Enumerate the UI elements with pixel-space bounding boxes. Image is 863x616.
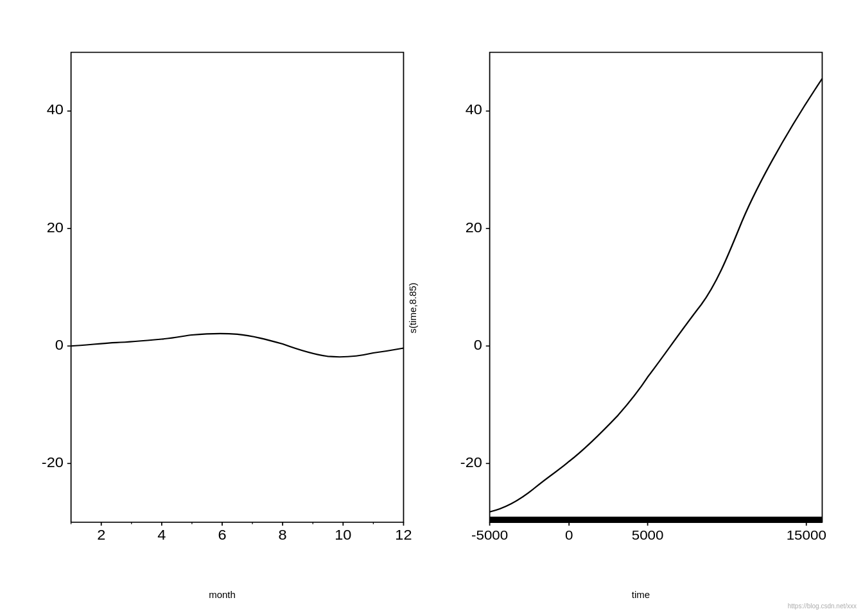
svg-text:-5000: -5000: [471, 528, 508, 543]
svg-text:-20: -20: [42, 455, 64, 470]
chart1-svg: 40 20 0 -20 2 4 6 8 10 12: [26, 38, 419, 578]
svg-rect-27: [490, 53, 823, 522]
svg-rect-44: [490, 517, 823, 523]
svg-text:6: 6: [218, 527, 226, 543]
svg-text:15000: 15000: [787, 528, 826, 543]
svg-text:40: 40: [466, 102, 482, 117]
chart2-inner: s(time,8.85) time 40 20 0 -20 -5000: [444, 38, 837, 578]
chart1-x-label: month: [209, 589, 236, 600]
svg-text:40: 40: [47, 102, 64, 117]
svg-text:8: 8: [279, 527, 287, 543]
chart2-svg: 40 20 0 -20 -5000 0 5000 15000: [444, 38, 837, 578]
chart2-x-label: time: [632, 589, 650, 600]
chart2-y-label: s(time,8.85): [407, 282, 418, 333]
svg-text:0: 0: [55, 338, 64, 353]
watermark: https://blog.csdn.net/xxx: [788, 603, 857, 610]
chart1-wrapper: s(month,9.37) month 40 20 0: [26, 38, 419, 578]
svg-rect-0: [71, 53, 404, 522]
chart1-inner: s(month,9.37) month 40 20 0: [26, 38, 419, 578]
chart2-wrapper: s(time,8.85) time 40 20 0 -20 -5000: [444, 38, 837, 578]
svg-text:0: 0: [565, 528, 573, 543]
svg-text:12: 12: [395, 527, 412, 543]
svg-text:20: 20: [47, 219, 64, 235]
svg-text:5000: 5000: [632, 528, 664, 543]
svg-text:-20: -20: [460, 455, 482, 470]
charts-container: s(month,9.37) month 40 20 0: [0, 0, 863, 616]
svg-text:4: 4: [157, 527, 166, 543]
svg-text:10: 10: [335, 527, 351, 543]
svg-text:2: 2: [97, 527, 105, 543]
svg-text:0: 0: [474, 338, 482, 353]
svg-text:20: 20: [466, 219, 482, 235]
